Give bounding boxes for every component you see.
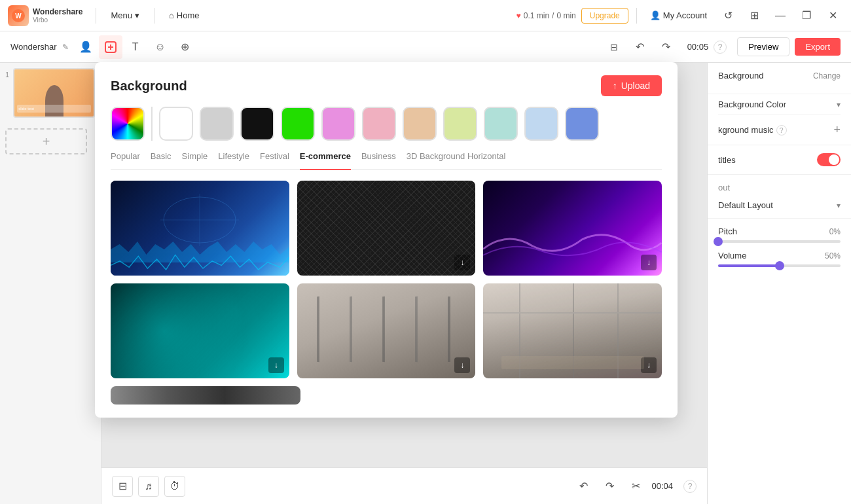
bottom-time-display: 00:04: [651, 481, 673, 491]
caption-tool-button[interactable]: ⊟: [112, 476, 133, 497]
swatch-lightgray[interactable]: [200, 107, 234, 141]
app-logo-icon: W: [8, 5, 29, 26]
tab-simple[interactable]: Simple: [182, 151, 208, 164]
pitch-slider-thumb[interactable]: [714, 237, 723, 246]
background-music-row: kground music ? +: [708, 115, 851, 145]
layout-value: Default Layout: [718, 200, 773, 210]
background-section-header: Background Change: [718, 71, 841, 81]
swatch-gradient[interactable]: [111, 107, 145, 141]
time-info: ♥ 0.1 min / 0 min: [516, 11, 576, 20]
layout-view-button[interactable]: ⊟: [604, 37, 625, 58]
close-button[interactable]: ✕: [822, 5, 843, 26]
background-modal: Background ↑ Upload Popular Basic Simple…: [95, 62, 678, 418]
layout-chevron-icon[interactable]: ▾: [837, 201, 841, 210]
text-tool-button[interactable]: T: [124, 35, 147, 59]
time-total: 0 min: [556, 11, 575, 20]
avatar-tool-button[interactable]: 👤: [74, 35, 98, 59]
subtitles-label: titles: [718, 155, 736, 165]
swatch-white[interactable]: [159, 107, 193, 141]
restore-button[interactable]: ❐: [796, 5, 817, 26]
bg-color-chevron-icon[interactable]: ▾: [837, 100, 841, 109]
divider-3: [636, 8, 637, 24]
swatch-lightpurple[interactable]: [321, 107, 355, 141]
subtitles-toggle[interactable]: [817, 153, 841, 166]
slide-1-thumbnail[interactable]: slide text: [13, 68, 95, 118]
slide-thumbnail-bg: slide text: [14, 69, 94, 117]
minimize-button[interactable]: —: [770, 5, 791, 26]
logo-main: Wondershare: [33, 7, 82, 16]
sticker-tool-button[interactable]: [99, 35, 122, 59]
pitch-slider-track[interactable]: [718, 240, 841, 243]
bottom-redo-button[interactable]: ↷: [599, 476, 620, 497]
tab-business[interactable]: Business: [361, 151, 396, 164]
swatch-black[interactable]: [240, 107, 274, 141]
time-help-button[interactable]: ?: [714, 41, 727, 54]
modal-title: Background: [111, 79, 187, 94]
bottom-help-button[interactable]: ?: [683, 480, 697, 493]
timer-tool-button[interactable]: ⏱: [164, 476, 185, 497]
heart-icon: ♥: [516, 11, 521, 20]
volume-slider-thumb[interactable]: [775, 261, 784, 270]
grid-button[interactable]: ⊞: [744, 5, 765, 26]
swatch-peach[interactable]: [403, 107, 437, 141]
layout-value-row: Default Layout ▾: [708, 200, 851, 219]
bg-item-office1[interactable]: ↓: [297, 283, 476, 378]
bg-item-purple-wave[interactable]: ↓: [483, 181, 662, 276]
swatch-mint[interactable]: [484, 107, 518, 141]
swatch-pink[interactable]: [362, 107, 396, 141]
swatch-blue[interactable]: [565, 107, 599, 141]
account-button[interactable]: 👤 My Account: [645, 8, 712, 23]
add-tool-button[interactable]: ⊕: [173, 35, 197, 59]
undo-button[interactable]: ↶: [630, 37, 651, 58]
bg-item-partial[interactable]: [111, 386, 300, 405]
audio-tool-button[interactable]: ♬: [138, 476, 159, 497]
upload-label: Upload: [621, 81, 650, 91]
slide-time-display: 00:05: [687, 42, 709, 52]
background-section: Background Change: [708, 63, 851, 94]
right-panel: Background Change Background Color ▾ kgr…: [707, 63, 851, 504]
bottom-undo-button[interactable]: ↶: [573, 476, 594, 497]
logo-area: W Wondershare Virbo: [8, 5, 82, 26]
home-icon: ⌂: [169, 10, 174, 20]
music-help-icon[interactable]: ?: [776, 125, 787, 135]
upgrade-button[interactable]: Upgrade: [581, 8, 628, 24]
menu-label: Menu: [111, 10, 132, 20]
bg-item-teal[interactable]: ↓: [111, 283, 289, 378]
swatch-lightblue[interactable]: [524, 107, 558, 141]
tab-ecommerce[interactable]: E-commerce: [300, 151, 351, 170]
change-button[interactable]: Change: [813, 71, 841, 81]
swatch-divider: [151, 107, 153, 141]
emoji-tool-button[interactable]: ☺: [149, 35, 172, 59]
tab-basic[interactable]: Basic: [151, 151, 172, 164]
bg-color-dropdown-row: Background Color ▾: [718, 94, 841, 115]
export-button[interactable]: Export: [795, 38, 841, 56]
home-button[interactable]: ⌂ Home: [162, 8, 206, 23]
tab-3d[interactable]: 3D Background Horizontal: [407, 151, 506, 164]
volume-slider-track[interactable]: [718, 264, 841, 267]
tab-lifestyle[interactable]: Lifestyle: [218, 151, 249, 164]
menu-button[interactable]: Menu ▾: [104, 8, 146, 23]
add-slide-button[interactable]: +: [5, 128, 87, 154]
redo-button[interactable]: ↷: [656, 37, 677, 58]
add-music-button[interactable]: +: [833, 123, 841, 137]
slide-1-number: 1: [5, 71, 9, 79]
edit-project-name-icon[interactable]: ✎: [62, 43, 69, 52]
logo-sub: Virbo: [33, 16, 82, 24]
layout-label: out: [718, 183, 730, 192]
bottom-scissors-button[interactable]: ✂: [625, 476, 646, 497]
volume-slider-row: Volume 50%: [718, 251, 841, 267]
swatch-green[interactable]: [281, 107, 315, 141]
color-swatches: [111, 107, 662, 141]
upload-button[interactable]: ↑ Upload: [601, 75, 662, 96]
toolbar-icons: 👤 T ☺ ⊕: [74, 35, 197, 59]
bg-item-office2[interactable]: ↓: [483, 283, 662, 378]
tab-festival[interactable]: Festival: [260, 151, 289, 164]
history-button[interactable]: ↺: [717, 5, 738, 26]
divider-1: [96, 8, 96, 24]
bg-item-tech[interactable]: ↓: [111, 181, 289, 276]
bg-item-carbon[interactable]: ↓: [297, 181, 476, 276]
preview-button[interactable]: Preview: [737, 37, 789, 56]
left-panel: 1 slide text +: [0, 63, 101, 504]
swatch-lime[interactable]: [443, 107, 477, 141]
tab-popular[interactable]: Popular: [111, 151, 140, 164]
